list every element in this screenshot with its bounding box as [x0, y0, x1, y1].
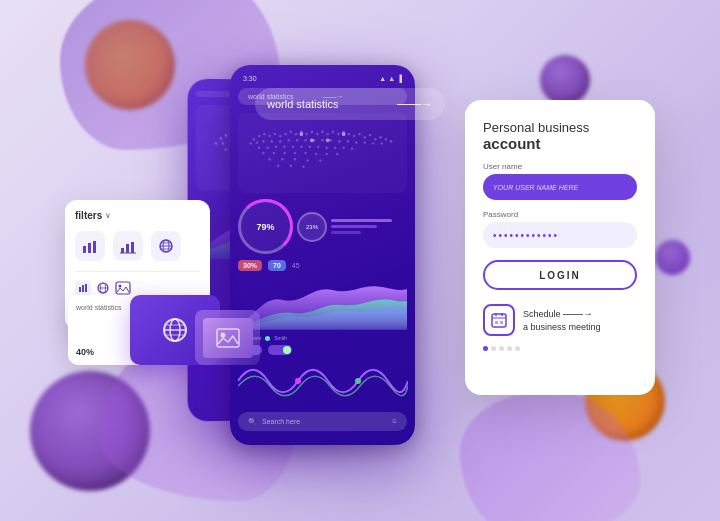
- svg-point-149: [119, 285, 122, 288]
- image-card: [195, 310, 260, 365]
- bottom-search[interactable]: 🔍 Search here ≡: [238, 412, 407, 431]
- svg-point-99: [283, 145, 286, 148]
- world-statistics-search-bar[interactable]: world statistics ——→: [255, 88, 445, 120]
- svg-point-96: [258, 146, 261, 149]
- svg-point-59: [290, 131, 293, 134]
- world-map: [238, 113, 407, 193]
- svg-point-126: [299, 132, 303, 136]
- schedule-line1: Schedule ——→: [523, 307, 601, 321]
- menu-icon: ≡: [392, 417, 397, 426]
- svg-point-110: [283, 152, 286, 155]
- svg-point-128: [295, 378, 301, 384]
- small-globe-icon: [95, 280, 111, 296]
- svg-point-60: [295, 133, 298, 136]
- svg-point-107: [351, 148, 354, 151]
- svg-point-125: [326, 138, 330, 142]
- business-account-card: Personal business account User name YOUR…: [465, 100, 655, 395]
- svg-point-75: [374, 138, 377, 141]
- stat-bars: [331, 199, 407, 254]
- image-card-inner: [203, 318, 253, 358]
- badge-label: 45: [292, 262, 300, 269]
- bar-chart-icon-box[interactable]: [75, 231, 105, 261]
- label-smith: Smith: [274, 335, 287, 341]
- phone-main: 3:30 ▲ ▲ ▐ world statistics ——→: [230, 65, 415, 445]
- schedule-row: Schedule ——→ a business meeting: [483, 304, 637, 336]
- svg-point-58: [284, 133, 287, 136]
- dot-2: [491, 346, 496, 351]
- svg-point-90: [338, 140, 341, 143]
- dot-5: [515, 346, 520, 351]
- svg-point-117: [281, 158, 284, 161]
- username-input[interactable]: YOUR USER NAME HERE: [483, 174, 637, 200]
- filter-icons-row: [75, 231, 200, 261]
- svg-point-106: [342, 146, 345, 149]
- globe-icon-box[interactable]: [151, 231, 181, 261]
- search-icon: 🔍: [248, 418, 257, 426]
- svg-rect-144: [85, 284, 87, 292]
- svg-point-124: [310, 138, 314, 142]
- svg-point-22: [221, 141, 224, 144]
- password-dots: ••••••••••••: [493, 230, 559, 241]
- filters-header: filters ∨: [75, 210, 200, 221]
- status-icons: ▲ ▲ ▐: [379, 75, 402, 82]
- svg-point-127: [342, 132, 346, 136]
- svg-point-114: [325, 153, 328, 156]
- svg-point-1: [224, 133, 227, 136]
- toggle-on[interactable]: [268, 345, 292, 355]
- chart-labels: Lorem Smith: [238, 335, 407, 341]
- svg-point-68: [337, 133, 340, 136]
- svg-rect-142: [79, 287, 81, 292]
- svg-point-123: [302, 165, 305, 168]
- svg-point-78: [390, 140, 393, 143]
- svg-rect-162: [500, 321, 503, 324]
- svg-rect-130: [83, 246, 86, 253]
- world-statistics-text: world statistics: [267, 98, 397, 110]
- large-globe-icon: [161, 316, 189, 344]
- stats-row: 79% 23%: [238, 199, 407, 254]
- login-button[interactable]: LOGIN: [483, 260, 637, 290]
- toggle-row: [238, 345, 407, 355]
- svg-rect-131: [88, 243, 91, 253]
- search-arrow-icon: ——→: [397, 97, 433, 111]
- svg-point-115: [336, 153, 339, 156]
- svg-point-91: [347, 140, 350, 143]
- svg-point-83: [279, 140, 282, 143]
- purple-blob-center-right: [655, 240, 690, 275]
- svg-point-81: [262, 140, 265, 143]
- svg-point-92: [355, 141, 358, 144]
- svg-point-82: [271, 140, 274, 143]
- password-label: Password: [483, 210, 637, 219]
- svg-point-65: [321, 131, 324, 134]
- dot-1: [483, 346, 488, 351]
- svg-point-53: [258, 135, 261, 138]
- pagination-dots: [483, 346, 637, 351]
- calendar-icon: [483, 304, 515, 336]
- bar-chart2-icon-box[interactable]: [113, 231, 143, 261]
- svg-rect-132: [93, 241, 96, 253]
- svg-point-67: [332, 131, 335, 134]
- image-placeholder-icon: [216, 328, 240, 348]
- svg-point-63: [311, 131, 314, 134]
- svg-point-86: [304, 139, 307, 142]
- svg-point-21: [214, 141, 217, 144]
- svg-point-52: [253, 138, 256, 141]
- svg-point-94: [372, 142, 375, 145]
- status-bar: 3:30 ▲ ▲ ▐: [238, 75, 407, 82]
- stat-circle-79: 79%: [238, 199, 293, 254]
- svg-rect-161: [495, 321, 498, 324]
- svg-rect-155: [217, 329, 239, 347]
- svg-point-34: [224, 147, 227, 150]
- status-time: 3:30: [243, 75, 257, 82]
- svg-point-122: [290, 164, 293, 167]
- svg-point-100: [292, 145, 295, 148]
- svg-point-84: [287, 139, 290, 142]
- svg-point-104: [325, 146, 328, 149]
- svg-point-111: [294, 152, 297, 155]
- svg-point-71: [353, 135, 356, 138]
- svg-rect-135: [131, 242, 134, 253]
- svg-point-55: [268, 135, 271, 138]
- svg-point-70: [348, 133, 351, 136]
- image-icon: [115, 280, 131, 296]
- password-input[interactable]: ••••••••••••: [483, 222, 637, 248]
- svg-point-103: [317, 145, 320, 148]
